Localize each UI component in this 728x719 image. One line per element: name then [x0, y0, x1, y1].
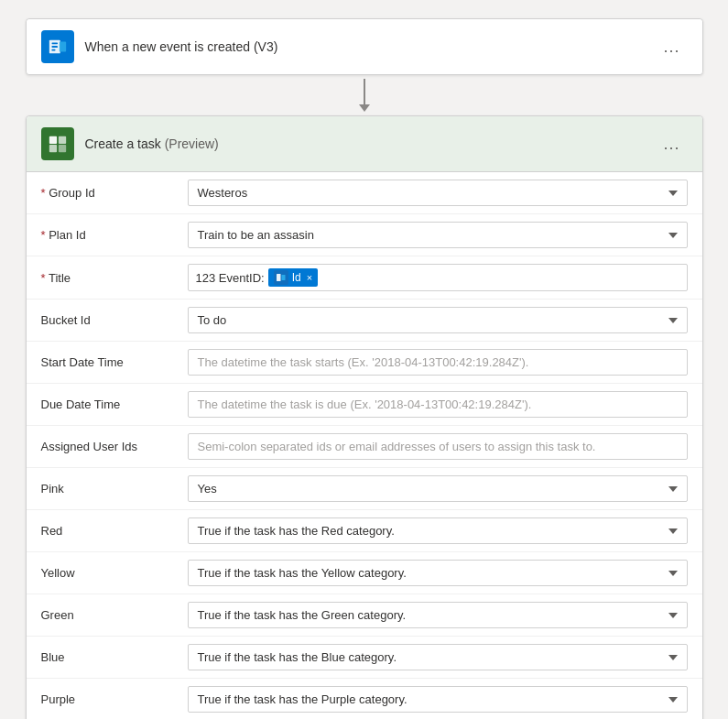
dropdown-value-group-id: Westeros [198, 186, 668, 200]
dropdown-yellow[interactable]: True if the task has the Yellow category… [188, 560, 688, 586]
action-menu[interactable]: ... [656, 131, 687, 158]
label-start-date-time: Start Date Time [41, 355, 188, 369]
svg-rect-5 [49, 136, 56, 144]
value-blue[interactable]: True if the task has the Blue category. [188, 644, 688, 670]
svg-rect-7 [49, 145, 56, 152]
field-row-bucket-id: Bucket IdTo do [27, 300, 702, 342]
label-assigned-user-ids: Assigned User Ids [41, 440, 188, 453]
dropdown-red[interactable]: True if the task has the Red category. [188, 517, 688, 544]
field-row-plan-id: Plan IdTrain to be an assasin [27, 214, 702, 256]
trigger-card-header: When a new event is created (V3) ... [27, 19, 702, 74]
title-prefix-text: 123 EventID: [196, 271, 265, 285]
value-yellow[interactable]: True if the task has the Yellow category… [188, 560, 688, 586]
chevron-down-icon-blue [668, 655, 678, 660]
label-green: Green [41, 608, 188, 622]
trigger-card: When a new event is created (V3) ... [26, 18, 703, 75]
dropdown-value-yellow: True if the task has the Yellow category… [198, 566, 668, 580]
chevron-down-icon-red [668, 528, 678, 534]
label-group-id: Group Id [41, 186, 188, 200]
input-start-date-time[interactable]: The datetime the task starts (Ex. '2018-… [188, 349, 688, 376]
dropdown-blue[interactable]: True if the task has the Blue category. [188, 644, 688, 670]
chevron-down-icon-green [668, 613, 678, 618]
dropdown-value-red: True if the task has the Red category. [198, 524, 668, 538]
dropdown-value-green: True if the task has the Green category. [198, 608, 668, 622]
dropdown-value-plan-id: Train to be an assasin [198, 228, 668, 242]
field-row-start-date-time: Start Date TimeThe datetime the task sta… [27, 342, 702, 384]
field-row-red: RedTrue if the task has the Red category… [27, 510, 702, 552]
chevron-down-icon-plan-id [668, 233, 678, 238]
svg-rect-3 [51, 49, 55, 51]
svg-rect-9 [277, 274, 281, 281]
dropdown-value-purple: True if the task has the Purple category… [198, 692, 668, 706]
value-assigned-user-ids: Semi-colon separated ids or email addres… [188, 433, 688, 460]
token-close-icon[interactable]: × [307, 272, 312, 283]
planner-icon [41, 127, 74, 160]
label-pink: Pink [41, 482, 188, 496]
event-id-token[interactable]: Id× [268, 268, 318, 287]
svg-rect-1 [51, 42, 57, 44]
flow-container: When a new event is created (V3) ... Cre… [26, 18, 703, 719]
svg-rect-2 [51, 46, 57, 48]
input-assigned-user-ids[interactable]: Semi-colon separated ids or email addres… [188, 433, 688, 460]
field-row-blue: BlueTrue if the task has the Blue catego… [27, 637, 702, 679]
label-yellow: Yellow [41, 566, 188, 580]
label-bucket-id: Bucket Id [41, 313, 188, 327]
action-title: Create a task (Preview) [85, 136, 657, 151]
value-plan-id[interactable]: Train to be an assasin [188, 222, 688, 248]
value-pink[interactable]: Yes [188, 475, 688, 502]
outlook-icon [41, 30, 74, 63]
outlook-token-icon [274, 270, 288, 285]
svg-rect-10 [281, 275, 285, 280]
field-row-pink: PinkYes [27, 468, 702, 510]
chevron-down-icon-pink [668, 486, 678, 492]
arrow-head [359, 104, 370, 112]
value-green[interactable]: True if the task has the Green category. [188, 602, 688, 628]
label-due-date-time: Due Date Time [41, 398, 188, 411]
action-card-body: Group IdWesterosPlan IdTrain to be an as… [27, 172, 702, 719]
label-blue: Blue [41, 650, 188, 664]
value-bucket-id[interactable]: To do [188, 307, 688, 333]
label-title: Title [41, 271, 188, 285]
value-group-id[interactable]: Westeros [188, 180, 688, 206]
chevron-down-icon-purple [668, 697, 678, 703]
trigger-menu[interactable]: ... [656, 34, 687, 60]
svg-rect-4 [59, 42, 65, 52]
label-red: Red [41, 524, 188, 538]
arrow-connector-1 [359, 79, 370, 112]
dropdown-group-id[interactable]: Westeros [188, 180, 688, 206]
trigger-title: When a new event is created (V3) [85, 39, 657, 54]
chevron-down-icon-yellow [668, 571, 678, 576]
value-due-date-time: The datetime the task is due (Ex. '2018-… [188, 391, 688, 418]
dropdown-green[interactable]: True if the task has the Green category. [188, 602, 688, 628]
label-purple: Purple [41, 692, 188, 706]
svg-rect-6 [58, 136, 65, 144]
title-field-title[interactable]: 123 EventID:Id× [188, 264, 688, 291]
chevron-down-icon-group-id [668, 191, 678, 196]
token-text: Id [292, 271, 301, 284]
dropdown-value-bucket-id: To do [198, 313, 668, 327]
field-row-yellow: YellowTrue if the task has the Yellow ca… [27, 552, 702, 594]
dropdown-pink[interactable]: Yes [188, 475, 688, 502]
value-start-date-time: The datetime the task starts (Ex. '2018-… [188, 349, 688, 376]
field-row-green: GreenTrue if the task has the Green cate… [27, 594, 702, 637]
field-row-group-id: Group IdWesteros [27, 172, 702, 214]
input-due-date-time[interactable]: The datetime the task is due (Ex. '2018-… [188, 391, 688, 418]
field-row-purple: PurpleTrue if the task has the Purple ca… [27, 679, 702, 719]
chevron-down-icon-bucket-id [668, 318, 678, 323]
dropdown-value-blue: True if the task has the Blue category. [198, 650, 668, 664]
value-red[interactable]: True if the task has the Red category. [188, 517, 688, 544]
dropdown-bucket-id[interactable]: To do [188, 307, 688, 333]
field-row-title: Title123 EventID:Id× [27, 256, 702, 300]
dropdown-value-pink: Yes [198, 482, 668, 496]
arrow-line [364, 79, 365, 104]
value-purple[interactable]: True if the task has the Purple category… [188, 686, 688, 713]
action-card-header: Create a task (Preview) ... [27, 116, 702, 172]
dropdown-plan-id[interactable]: Train to be an assasin [188, 222, 688, 248]
dropdown-purple[interactable]: True if the task has the Purple category… [188, 686, 688, 713]
label-plan-id: Plan Id [41, 228, 188, 242]
field-row-due-date-time: Due Date TimeThe datetime the task is du… [27, 384, 702, 426]
svg-rect-8 [58, 145, 65, 152]
value-title[interactable]: 123 EventID:Id× [188, 264, 688, 291]
field-row-assigned-user-ids: Assigned User IdsSemi-colon separated id… [27, 426, 702, 468]
action-card: Create a task (Preview) ... Group IdWest… [26, 115, 703, 719]
